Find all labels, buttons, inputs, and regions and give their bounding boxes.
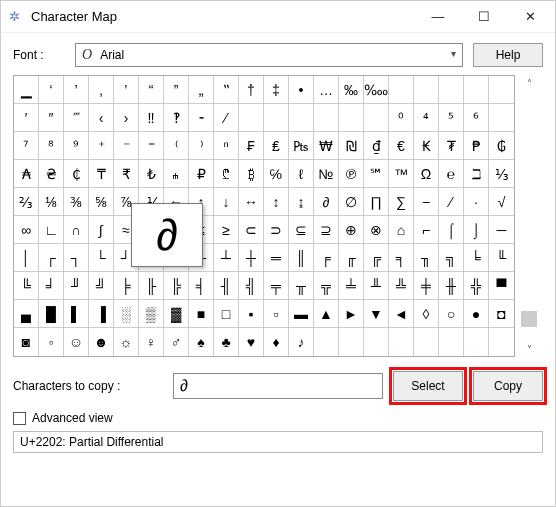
grid-cell[interactable]: ▌ — [64, 300, 89, 328]
grid-cell[interactable]: ₤ — [264, 132, 289, 160]
grid-cell[interactable]: ║ — [289, 244, 314, 272]
grid-cell[interactable]: ₫ — [364, 132, 389, 160]
grid-cell[interactable]: ╝ — [89, 272, 114, 300]
grid-cell[interactable]: ⊂ — [239, 216, 264, 244]
grid-cell[interactable]: ℶ — [464, 160, 489, 188]
grid-cell[interactable]: ╬ — [464, 272, 489, 300]
grid-cell[interactable]: ₸ — [89, 160, 114, 188]
grid-cell[interactable]: ∅ — [339, 188, 364, 216]
grid-cell[interactable]: ♦ — [264, 328, 289, 356]
grid-cell[interactable]: ₽ — [189, 160, 214, 188]
grid-cell[interactable]: ‹ — [89, 104, 114, 132]
grid-cell[interactable] — [339, 104, 364, 132]
grid-cell[interactable]: ⊗ — [364, 216, 389, 244]
grid-cell[interactable]: ╫ — [439, 272, 464, 300]
grid-cell[interactable]: ₳ — [14, 160, 39, 188]
grid-cell[interactable]: ▪ — [239, 300, 264, 328]
grid-cell[interactable]: ” — [164, 76, 189, 104]
grid-cell[interactable] — [314, 104, 339, 132]
grid-cell[interactable]: ⅔ — [14, 188, 39, 216]
grid-cell[interactable]: ╨ — [364, 272, 389, 300]
grid-cell[interactable] — [439, 76, 464, 104]
grid-cell[interactable]: ╠ — [164, 272, 189, 300]
grid-cell[interactable]: ⊆ — [289, 216, 314, 244]
grid-cell[interactable]: ▐ — [89, 300, 114, 328]
grid-cell[interactable] — [489, 76, 514, 104]
grid-cell[interactable]: ‘ — [39, 76, 64, 104]
grid-cell[interactable]: ⁸ — [39, 132, 64, 160]
grid-cell[interactable]: ♣ — [214, 328, 239, 356]
grid-cell[interactable]: ∑ — [389, 188, 414, 216]
grid-cell[interactable] — [264, 104, 289, 132]
close-button[interactable]: ✕ — [507, 2, 553, 32]
grid-cell[interactable]: ⁰ — [389, 104, 414, 132]
grid-cell[interactable]: € — [389, 132, 414, 160]
grid-cell[interactable]: ₮ — [439, 132, 464, 160]
grid-cell[interactable]: ╞ — [114, 272, 139, 300]
grid-cell[interactable] — [414, 76, 439, 104]
grid-cell[interactable]: ○ — [439, 300, 464, 328]
grid-cell[interactable]: ┴ — [214, 244, 239, 272]
grid-cell[interactable]: ╢ — [214, 272, 239, 300]
grid-cell[interactable]: ₾ — [214, 160, 239, 188]
grid-cell[interactable]: ₺ — [139, 160, 164, 188]
characters-to-copy-input[interactable]: ∂ — [173, 373, 383, 399]
grid-cell[interactable]: ″ — [39, 104, 64, 132]
grid-cell[interactable]: ⁼ — [139, 132, 164, 160]
grid-cell[interactable]: ‴ — [64, 104, 89, 132]
grid-cell[interactable]: ₩ — [314, 132, 339, 160]
grid-cell[interactable]: ₴ — [39, 160, 64, 188]
grid-cell[interactable]: ◊ — [414, 300, 439, 328]
grid-cell[interactable]: ☻ — [89, 328, 114, 356]
select-button[interactable]: Select — [393, 371, 463, 401]
grid-cell[interactable] — [464, 76, 489, 104]
grid-cell[interactable]: │ — [14, 244, 39, 272]
grid-cell[interactable]: ⁃ — [189, 104, 214, 132]
grid-cell[interactable]: ▒ — [139, 300, 164, 328]
grid-cell[interactable]: ⁻ — [114, 132, 139, 160]
grid-cell[interactable] — [389, 76, 414, 104]
grid-cell[interactable]: ⅝ — [89, 188, 114, 216]
scrollbar[interactable]: ˄ ˅ — [519, 75, 539, 357]
maximize-button[interactable]: ☐ — [461, 2, 507, 32]
grid-cell[interactable]: ┼ — [239, 244, 264, 272]
grid-cell[interactable]: ● — [464, 300, 489, 328]
grid-cell[interactable]: ⁹ — [64, 132, 89, 160]
grid-cell[interactable]: ⁵ — [439, 104, 464, 132]
grid-cell[interactable]: ▓ — [164, 300, 189, 328]
grid-cell[interactable]: ☼ — [114, 328, 139, 356]
font-select[interactable]: O Arial ▾ — [75, 43, 463, 67]
grid-cell[interactable] — [289, 104, 314, 132]
grid-cell[interactable] — [339, 328, 364, 356]
grid-cell[interactable]: ℗ — [339, 160, 364, 188]
grid-cell[interactable]: • — [289, 76, 314, 104]
grid-cell[interactable]: ℠ — [364, 160, 389, 188]
grid-cell[interactable]: ↔ — [239, 188, 264, 216]
grid-cell[interactable]: ░ — [114, 300, 139, 328]
grid-cell[interactable]: „ — [189, 76, 214, 104]
grid-cell[interactable]: └ — [89, 244, 114, 272]
grid-cell[interactable]: ⌠ — [439, 216, 464, 244]
grid-cell[interactable]: ♥ — [239, 328, 264, 356]
grid-cell[interactable]: ₧ — [289, 132, 314, 160]
grid-cell[interactable]: ♠ — [189, 328, 214, 356]
grid-cell[interactable]: ╛ — [39, 272, 64, 300]
grid-cell[interactable]: ┌ — [39, 244, 64, 272]
grid-cell[interactable]: ╕ — [389, 244, 414, 272]
grid-cell[interactable]: ╘ — [464, 244, 489, 272]
grid-cell[interactable]: ╤ — [264, 272, 289, 300]
grid-cell[interactable]: ▀ — [489, 272, 514, 300]
grid-cell[interactable]: ▫ — [264, 300, 289, 328]
grid-cell[interactable]: ♂ — [164, 328, 189, 356]
grid-cell[interactable]: ℓ — [289, 160, 314, 188]
grid-cell[interactable]: ∕ — [439, 188, 464, 216]
grid-cell[interactable]: ⊕ — [339, 216, 364, 244]
grid-cell[interactable]: ■ — [189, 300, 214, 328]
grid-cell[interactable]: ◙ — [14, 328, 39, 356]
grid-cell[interactable]: “ — [139, 76, 164, 104]
grid-cell[interactable]: ‼ — [139, 104, 164, 132]
grid-cell[interactable]: ⁾ — [189, 132, 214, 160]
grid-cell[interactable]: ⁶ — [464, 104, 489, 132]
copy-button[interactable]: Copy — [473, 371, 543, 401]
grid-cell[interactable]: ⊃ — [264, 216, 289, 244]
